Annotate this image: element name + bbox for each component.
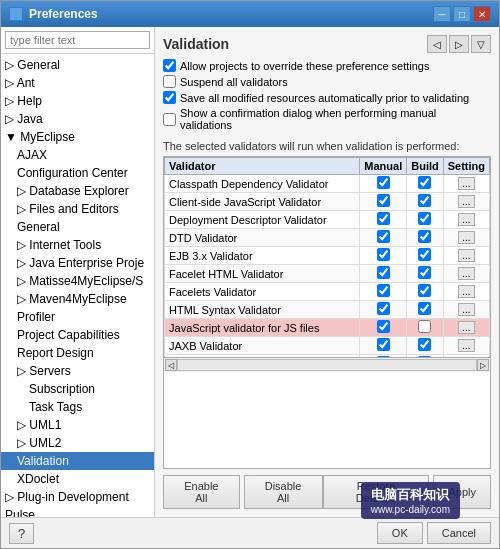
validator-build-cell[interactable] <box>407 337 444 355</box>
col-header-build: Build <box>407 158 444 175</box>
nav-forward-button[interactable]: ▷ <box>449 35 469 53</box>
sidebar-item-task-tags[interactable]: Task Tags <box>1 398 154 416</box>
validator-manual-cell[interactable] <box>360 319 407 337</box>
sidebar-item-ant[interactable]: ▷ Ant <box>1 74 154 92</box>
table-row[interactable]: Classpath Dependency Validator... <box>165 175 490 193</box>
checkbox-allow-projects[interactable] <box>163 59 176 72</box>
sidebar-item-files-editors[interactable]: ▷ Files and Editors <box>1 200 154 218</box>
validator-manual-cell[interactable] <box>360 193 407 211</box>
validator-build-cell[interactable] <box>407 193 444 211</box>
validator-setting-button[interactable]: ... <box>458 267 474 280</box>
sidebar-item-general[interactable]: ▷ General <box>1 56 154 74</box>
checkbox-suspend[interactable] <box>163 75 176 88</box>
table-row[interactable]: JAXB Validator... <box>165 337 490 355</box>
table-row[interactable]: EJB 3.x Validator... <box>165 247 490 265</box>
validator-manual-cell[interactable] <box>360 211 407 229</box>
table-row[interactable]: DTD Validator... <box>165 229 490 247</box>
nav-back-button[interactable]: ◁ <box>427 35 447 53</box>
disable-all-button[interactable]: Disable All <box>244 475 323 509</box>
checkbox-save-all[interactable] <box>163 91 176 104</box>
validator-build-cell[interactable] <box>407 247 444 265</box>
horizontal-scrollbar[interactable] <box>177 359 477 371</box>
help-button[interactable]: ? <box>9 523 34 544</box>
sidebar-item-xdoclet[interactable]: XDoclet <box>1 470 154 488</box>
restore-defaults-button[interactable]: Restore Defaults <box>323 475 430 509</box>
validator-name-cell: EJB 3.x Validator <box>165 247 360 265</box>
validator-setting-button[interactable]: ... <box>458 231 474 244</box>
sidebar-item-profiler[interactable]: Profiler <box>1 308 154 326</box>
sidebar-item-project-capabilities[interactable]: Project Capabilities <box>1 326 154 344</box>
validator-manual-cell[interactable] <box>360 229 407 247</box>
checkbox-confirm-dialog[interactable] <box>163 113 176 126</box>
validator-setting-button[interactable]: ... <box>458 195 474 208</box>
validator-manual-cell[interactable] <box>360 301 407 319</box>
sidebar-item-report-design[interactable]: Report Design <box>1 344 154 362</box>
sidebar-item-uml1[interactable]: ▷ UML1 <box>1 416 154 434</box>
cancel-button[interactable]: Cancel <box>427 522 491 544</box>
validator-manual-cell[interactable] <box>360 175 407 193</box>
validator-setting-button[interactable]: ... <box>458 177 474 190</box>
sidebar-item-general2[interactable]: General <box>1 218 154 236</box>
validator-setting-cell[interactable]: ... <box>443 247 489 265</box>
maximize-button[interactable]: □ <box>453 6 471 22</box>
validator-setting-cell[interactable]: ... <box>443 211 489 229</box>
close-button[interactable]: ✕ <box>473 6 491 22</box>
sidebar-item-servers[interactable]: ▷ Servers <box>1 362 154 380</box>
table-row[interactable]: Deployment Descriptor Validator... <box>165 211 490 229</box>
validator-manual-cell[interactable] <box>360 283 407 301</box>
validator-setting-cell[interactable]: ... <box>443 337 489 355</box>
search-input[interactable] <box>5 31 150 49</box>
table-scroll[interactable]: Validator Manual Build Setting Classpath… <box>164 157 490 357</box>
validator-setting-button[interactable]: ... <box>458 249 474 262</box>
enable-all-button[interactable]: Enable All <box>163 475 240 509</box>
minimize-button[interactable]: ─ <box>433 6 451 22</box>
sidebar-item-subscription[interactable]: Subscription <box>1 380 154 398</box>
validator-setting-button[interactable]: ... <box>458 303 474 316</box>
sidebar-item-ajax[interactable]: AJAX <box>1 146 154 164</box>
validator-build-cell[interactable] <box>407 211 444 229</box>
validator-setting-cell[interactable]: ... <box>443 283 489 301</box>
scroll-left-button[interactable]: ◁ <box>165 359 177 371</box>
validator-manual-cell[interactable] <box>360 247 407 265</box>
sidebar-item-pulse[interactable]: Pulse <box>1 506 154 517</box>
validator-setting-button[interactable]: ... <box>458 321 474 334</box>
validator-setting-button[interactable]: ... <box>458 339 474 352</box>
sidebar-item-maven[interactable]: ▷ Maven4MyEclipse <box>1 290 154 308</box>
nav-down-button[interactable]: ▽ <box>471 35 491 53</box>
sidebar-item-java-enterprise[interactable]: ▷ Java Enterprise Proje <box>1 254 154 272</box>
sidebar-item-db-explorer[interactable]: ▷ Database Explorer <box>1 182 154 200</box>
sidebar-item-validation[interactable]: Validation <box>1 452 154 470</box>
ok-button[interactable]: OK <box>377 522 423 544</box>
validator-setting-cell[interactable]: ... <box>443 175 489 193</box>
sidebar-item-matisse[interactable]: ▷ Matisse4MyEclipse/S <box>1 272 154 290</box>
validator-setting-button[interactable]: ... <box>458 285 474 298</box>
table-row[interactable]: JavaScript validator for JS files... <box>165 319 490 337</box>
validator-setting-cell[interactable]: ... <box>443 301 489 319</box>
scroll-right-button[interactable]: ▷ <box>477 359 489 371</box>
validator-build-cell[interactable] <box>407 301 444 319</box>
sidebar-item-uml2[interactable]: ▷ UML2 <box>1 434 154 452</box>
table-row[interactable]: HTML Syntax Validator... <box>165 301 490 319</box>
validator-build-cell[interactable] <box>407 319 444 337</box>
validator-manual-cell[interactable] <box>360 265 407 283</box>
validator-setting-cell[interactable]: ... <box>443 193 489 211</box>
validator-setting-button[interactable]: ... <box>458 213 474 226</box>
validator-build-cell[interactable] <box>407 175 444 193</box>
table-row[interactable]: Client-side JavaScript Validator... <box>165 193 490 211</box>
table-row[interactable]: Facelet HTML Validator... <box>165 265 490 283</box>
validator-manual-cell[interactable] <box>360 337 407 355</box>
sidebar-item-config-center[interactable]: Configuration Center <box>1 164 154 182</box>
validator-build-cell[interactable] <box>407 283 444 301</box>
sidebar-item-java[interactable]: ▷ Java <box>1 110 154 128</box>
validator-setting-cell[interactable]: ... <box>443 229 489 247</box>
validator-setting-cell[interactable]: ... <box>443 319 489 337</box>
validator-setting-cell[interactable]: ... <box>443 265 489 283</box>
apply-button[interactable]: Apply <box>433 475 491 509</box>
sidebar-item-plugin-dev[interactable]: ▷ Plug-in Development <box>1 488 154 506</box>
validator-build-cell[interactable] <box>407 229 444 247</box>
sidebar-item-help[interactable]: ▷ Help <box>1 92 154 110</box>
sidebar-item-myeclipse[interactable]: ▼ MyEclipse <box>1 128 154 146</box>
validator-build-cell[interactable] <box>407 265 444 283</box>
sidebar-item-internet-tools[interactable]: ▷ Internet Tools <box>1 236 154 254</box>
table-row[interactable]: Facelets Validator... <box>165 283 490 301</box>
